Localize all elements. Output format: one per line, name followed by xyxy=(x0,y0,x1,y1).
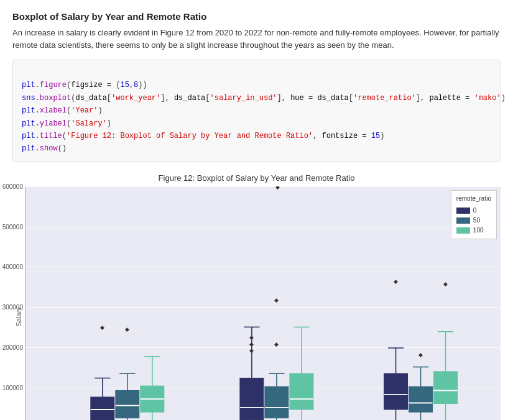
svg-rect-22 xyxy=(240,378,264,419)
svg-text:◆: ◆ xyxy=(249,334,254,340)
svg-rect-45 xyxy=(384,373,408,409)
box-2020-teal-light xyxy=(141,356,164,420)
y-tick-100000: 100000 xyxy=(2,384,23,391)
svg-text:◆: ◆ xyxy=(394,278,398,285)
svg-text:◆: ◆ xyxy=(443,280,448,287)
y-tick-400000: 400000 xyxy=(2,263,23,270)
y-axis: 600000 500000 400000 300000 200000 10000… xyxy=(0,186,25,420)
section-heading: Boxplot of Salary by Year and Remote Rat… xyxy=(12,11,501,22)
box-2022-navy: ◆ xyxy=(384,278,408,420)
svg-rect-52 xyxy=(409,386,433,412)
code-block: plt.figure(figsize = (15,8)) sns.boxplot… xyxy=(12,60,501,162)
box-2020-teal-dark: ◆ xyxy=(116,325,139,420)
plot-area: 600000 500000 400000 300000 200000 10000… xyxy=(25,186,501,420)
svg-text:◆: ◆ xyxy=(249,340,254,347)
svg-rect-39 xyxy=(290,373,313,409)
svg-rect-31 xyxy=(265,386,289,418)
y-tick-200000: 200000 xyxy=(2,344,23,351)
svg-text:◆: ◆ xyxy=(276,186,280,190)
box-2022-teal-dark: ◆ xyxy=(409,350,433,420)
svg-text:◆: ◆ xyxy=(100,323,104,330)
box-2021-teal-light xyxy=(290,327,313,420)
svg-text:◆: ◆ xyxy=(249,347,254,354)
box-2021-teal-dark: ◆ ◆ xyxy=(265,296,289,420)
svg-text:◆: ◆ xyxy=(125,325,129,332)
svg-rect-9 xyxy=(116,390,139,418)
svg-text:◆: ◆ xyxy=(274,296,279,303)
box-2020-navy: ◆ xyxy=(91,323,114,420)
description-text: An increase in salary is clearly evident… xyxy=(12,27,501,51)
boxplot-svg: ◆ ◆ xyxy=(55,186,501,420)
box-2022-teal-light: ◆ xyxy=(434,280,458,420)
y-tick-500000: 500000 xyxy=(2,223,23,230)
chart-area: Salary 600000 500000 400000 300000 20000… xyxy=(12,186,501,420)
svg-text:◆: ◆ xyxy=(274,340,279,347)
box-2021-navy: ◆ ◆ ◆ xyxy=(240,327,264,420)
svg-rect-2 xyxy=(91,397,114,420)
chart-inner: 600000 500000 400000 300000 200000 10000… xyxy=(25,186,501,420)
chart-title: Figure 12: Boxplot of Salary by Year and… xyxy=(159,173,355,183)
y-tick-600000: 600000 xyxy=(2,183,23,189)
svg-rect-59 xyxy=(434,372,458,404)
y-tick-300000: 300000 xyxy=(2,304,23,311)
chart-container: Figure 12: Boxplot of Salary by Year and… xyxy=(12,173,501,420)
svg-text:◆: ◆ xyxy=(418,350,423,357)
